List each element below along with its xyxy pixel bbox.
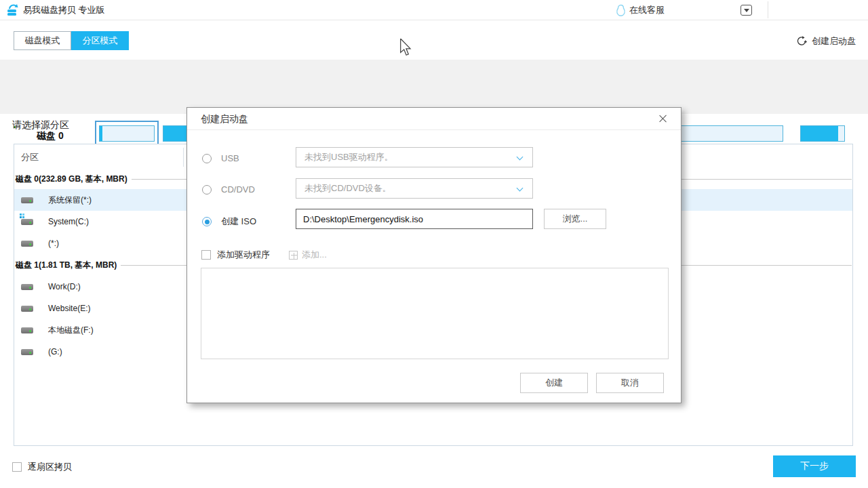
qq-penguin-icon [615, 4, 627, 17]
titlebar-menu-icon[interactable] [741, 5, 752, 16]
usb-label: USB [221, 153, 239, 163]
drive-icon [21, 327, 33, 333]
sector-by-sector-checkbox[interactable] [12, 462, 22, 472]
dialog-title: 创建启动盘 [201, 113, 248, 125]
select-source-prompt: 请选择源分区 [12, 119, 69, 131]
disk0-name: 磁盘 0 [37, 130, 64, 142]
iso-option-row[interactable]: 创建 ISO [202, 216, 256, 228]
create-boot-disk-label: 创建启动盘 [812, 35, 856, 47]
close-button[interactable] [837, 0, 867, 20]
add-driver-checkbox-row[interactable]: 添加驱动程序 [201, 249, 270, 261]
dialog-create-button[interactable]: 创建 [520, 373, 588, 393]
column-divider [183, 148, 184, 167]
app-window: 易我磁盘拷贝 专业版 在线客服 磁盘模式 分区模式 创建启动盘 磁盘 0 232… [0, 0, 868, 488]
next-button[interactable]: 下一步 [773, 455, 856, 477]
plus-box-icon [289, 251, 298, 260]
usb-option-row[interactable]: USB [202, 153, 239, 163]
tab-disk-mode[interactable]: 磁盘模式 [14, 31, 71, 50]
cd-option-row[interactable]: CD/DVD [202, 184, 255, 195]
add-label: 添加... [302, 249, 327, 261]
add-driver-add-button[interactable]: 添加... [289, 249, 327, 261]
cd-device-select[interactable]: 未找到CD/DVD设备。 [296, 178, 533, 199]
driver-list-box[interactable] [201, 268, 669, 359]
refresh-plus-icon [796, 35, 808, 47]
drive-icon [21, 197, 33, 203]
titlebar-divider [768, 1, 768, 18]
iso-label: 创建 ISO [221, 216, 256, 228]
drive-icon [21, 349, 33, 355]
chevron-down-icon [517, 185, 524, 192]
online-support-button[interactable]: 在线客服 [615, 0, 665, 20]
mouse-cursor [399, 39, 412, 59]
partition-bar [99, 125, 155, 142]
usb-radio[interactable] [202, 154, 212, 163]
drive-icon [21, 241, 33, 247]
online-support-label: 在线客服 [629, 4, 665, 16]
cd-radio[interactable] [202, 185, 212, 195]
chevron-down-icon [517, 154, 524, 161]
sector-by-sector-label: 逐扇区拷贝 [28, 461, 72, 473]
usb-device-select[interactable]: 未找到USB驱动程序。 [296, 147, 533, 167]
dialog-titlebar: 创建启动盘 [187, 108, 681, 130]
iso-radio[interactable] [202, 217, 212, 226]
minimize-button[interactable] [774, 0, 804, 20]
add-driver-checkbox[interactable] [201, 250, 211, 260]
system-drive-icon [21, 219, 33, 225]
add-driver-label: 添加驱动程序 [217, 249, 270, 261]
drive-icon [21, 284, 33, 290]
dialog-close-icon[interactable] [658, 113, 669, 124]
app-logo-icon [7, 3, 19, 20]
iso-path-input[interactable] [296, 209, 533, 229]
sector-by-sector-checkbox-row[interactable]: 逐扇区拷贝 [12, 461, 72, 473]
disk-overview-band: 磁盘 0 232.89 GB 基本盘 MBR 系统保留(*:) 549 MB N… [0, 60, 868, 114]
column-header-partition: 分区 [21, 151, 39, 163]
create-boot-disk-dialog: 创建启动盘 USB 未找到USB驱动程序。 CD/DVD 未找到CD/DVD设备… [186, 107, 682, 403]
partition-cell-recovery[interactable] [800, 125, 845, 142]
dialog-cancel-button[interactable]: 取消 [596, 373, 664, 393]
drive-icon [21, 306, 33, 312]
window-title: 易我磁盘拷贝 专业版 [23, 0, 105, 20]
maximize-button[interactable] [807, 0, 837, 20]
titlebar: 易我磁盘拷贝 专业版 在线客服 [0, 0, 868, 20]
cd-label: CD/DVD [221, 184, 255, 195]
browse-button[interactable]: 浏览... [544, 209, 606, 229]
create-boot-disk-button[interactable]: 创建启动盘 [796, 35, 856, 47]
tab-partition-mode[interactable]: 分区模式 [71, 31, 129, 50]
